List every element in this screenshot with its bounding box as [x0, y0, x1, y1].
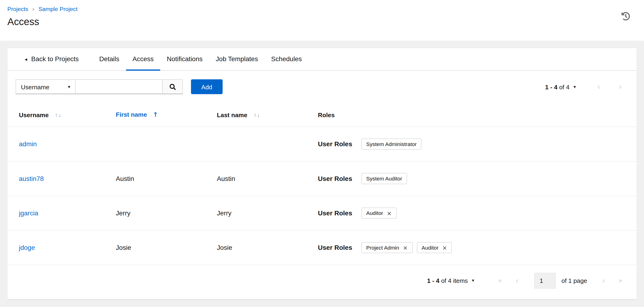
table-body: admin User Roles System Administrator au… [8, 127, 637, 264]
user-roles-label: User Roles [318, 140, 352, 148]
role-chip: System Administrator [361, 139, 422, 150]
role-chip-label: Auditor [366, 210, 383, 216]
role-chip-label: System Administrator [366, 141, 416, 147]
role-chip-label: Auditor [422, 245, 438, 251]
role-chips: System Auditor [361, 173, 407, 184]
tab-details[interactable]: Details [93, 48, 126, 70]
first-name-cell: Austin [109, 161, 210, 196]
caret-down-icon: ▾ [472, 278, 474, 283]
role-chip-label: System Auditor [366, 176, 402, 182]
user-roles-label: User Roles [318, 175, 352, 182]
username-link[interactable]: admin [19, 140, 37, 147]
username-link[interactable]: austin78 [19, 175, 44, 182]
username-link[interactable]: jdoge [19, 244, 35, 251]
prev-page-button[interactable]: ‹ [597, 83, 600, 91]
role-chips: Project Admin×Auditor× [361, 242, 452, 253]
table-row: admin User Roles System Administrator [8, 127, 637, 161]
filter-type-dropdown[interactable]: Username ▾ [16, 79, 76, 94]
items-per-page-dropdown[interactable]: 1 - 4 of 4 items ▾ [427, 277, 474, 284]
user-roles-label: User Roles [318, 244, 352, 251]
table-row: austin78 Austin Austin User Roles System… [8, 161, 637, 196]
first-name-cell: Jerry [109, 196, 210, 230]
tab-label: Back to Projects [31, 56, 79, 63]
back-icon: ◂ [24, 57, 27, 62]
tab-job-templates[interactable]: Job Templates [209, 48, 265, 70]
column-header-roles: Roles [311, 103, 636, 127]
access-table: Username ↑↓ First name ↑ Last name ↑↓ Ro… [8, 103, 637, 264]
page-title: Access [8, 16, 644, 28]
role-chip: Auditor× [361, 208, 397, 219]
breadcrumb-separator: › [32, 6, 34, 12]
prev-page-button[interactable]: ‹ [516, 276, 519, 284]
add-button[interactable]: Add [191, 79, 223, 94]
column-header-username[interactable]: Username ↑↓ [8, 103, 109, 127]
first-name-cell [109, 127, 210, 161]
username-link[interactable]: jgarcia [19, 209, 38, 216]
column-header-last-name[interactable]: Last name ↑↓ [210, 103, 311, 127]
caret-down-icon: ▾ [574, 84, 576, 90]
search-button[interactable] [162, 79, 183, 94]
user-roles-label: User Roles [318, 209, 352, 217]
sort-icon: ↑↓ [253, 113, 260, 118]
last-name-cell: Jerry [210, 196, 311, 230]
sort-ascending-icon: ↑ [153, 111, 158, 119]
filter-type-value: Username [21, 83, 49, 90]
role-chip-label: Project Admin [366, 245, 399, 251]
table-row: jgarcia Jerry Jerry User Roles Auditor× [8, 196, 637, 230]
current-page-input[interactable] [534, 273, 556, 288]
page-count-label: of 1 page [562, 277, 587, 284]
first-page-button[interactable]: « [498, 277, 502, 284]
items-range-text: 1 - 4 of 4 items [427, 277, 468, 284]
breadcrumb: Projects › Sample Project [8, 6, 644, 13]
tab-back-to-projects[interactable]: ◂ Back to Projects [18, 48, 85, 70]
table-header-row: Username ↑↓ First name ↑ Last name ↑↓ Ro… [8, 103, 637, 127]
breadcrumb-link-projects[interactable]: Projects [8, 6, 28, 13]
column-header-first-name[interactable]: First name ↑ [109, 103, 210, 127]
breadcrumb-link-sample-project[interactable]: Sample Project [38, 6, 78, 13]
tab-notifications[interactable]: Notifications [160, 48, 209, 70]
first-name-cell: Josie [109, 230, 210, 264]
last-name-cell [210, 127, 311, 161]
role-chip: Auditor× [416, 242, 452, 253]
role-chips: System Administrator [361, 139, 422, 150]
role-chip: Project Admin× [361, 242, 413, 253]
history-icon [622, 12, 630, 21]
history-button[interactable] [622, 12, 630, 21]
next-page-button[interactable]: › [602, 276, 605, 284]
top-pagination: 1 - 4 of 4 ▾ ‹ › [545, 83, 622, 91]
sort-icon: ↑↓ [54, 113, 61, 118]
caret-down-icon: ▾ [68, 84, 70, 90]
last-name-cell: Josie [210, 230, 311, 264]
chip-remove-icon[interactable]: × [387, 210, 392, 216]
page-header: Projects › Sample Project Access [0, 0, 644, 41]
search-icon [169, 84, 176, 90]
tab-schedules[interactable]: Schedules [265, 48, 308, 70]
table-row: jdoge Josie Josie User Roles Project Adm… [8, 230, 637, 264]
search-input[interactable] [75, 79, 163, 94]
access-page: Projects › Sample Project Access ◂ Back … [0, 0, 644, 307]
last-page-button[interactable]: » [618, 277, 623, 284]
pagination-range-dropdown[interactable]: 1 - 4 of 4 ▾ [545, 83, 576, 90]
toolbar: Username ▾ Add 1 - 4 of 4 ▾ ‹ › [8, 71, 637, 103]
tabs: ◂ Back to Projects Details Access Notifi… [8, 48, 637, 71]
content-card: ◂ Back to Projects Details Access Notifi… [8, 48, 637, 299]
role-chips: Auditor× [361, 208, 397, 219]
bottom-pagination: 1 - 4 of 4 items ▾ « ‹ of 1 page › » [8, 264, 637, 296]
chip-remove-icon[interactable]: × [442, 245, 447, 250]
role-chip: System Auditor [361, 173, 407, 184]
last-name-cell: Austin [210, 161, 311, 196]
pagination-range-text: 1 - 4 of 4 [545, 83, 570, 90]
tab-access[interactable]: Access [126, 48, 160, 70]
chip-remove-icon[interactable]: × [403, 245, 408, 250]
next-page-button[interactable]: › [618, 83, 622, 91]
